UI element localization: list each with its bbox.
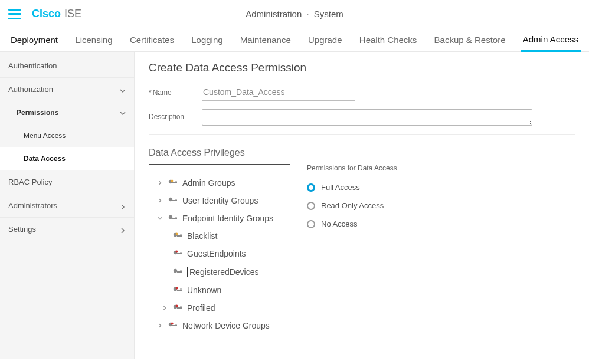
chevron-right-icon [156, 323, 163, 328]
permissions-header: Permissions for Data Access [307, 164, 397, 172]
radio-no-access[interactable]: No Access [307, 219, 397, 228]
breadcrumb-page: System [314, 9, 343, 19]
sidebar-item-label: Settings [8, 225, 36, 234]
sidebar-item-label: Menu Access [24, 132, 66, 140]
divider [149, 134, 575, 135]
tree-network-device-groups[interactable]: Network Device Groups [154, 317, 285, 335]
radio-label: Full Access [321, 183, 360, 192]
svg-point-7 [169, 215, 172, 219]
svg-rect-9 [176, 217, 177, 219]
radio-label: No Access [321, 219, 357, 228]
radio-icon [307, 202, 315, 210]
tab-deployment[interactable]: Deployment [8, 28, 60, 52]
chevron-right-icon [156, 181, 163, 185]
key-icon [173, 268, 182, 276]
group-red-icon [173, 250, 182, 258]
tree-label: User Identity Groups [182, 196, 258, 205]
tab-health-checks[interactable]: Health Checks [357, 28, 420, 52]
tab-logging[interactable]: Logging [189, 28, 225, 52]
top-header: Cisco ISE Administration · System [0, 0, 589, 28]
group-red-icon [168, 322, 178, 330]
sidebar-item-label: RBAC Policy [8, 178, 52, 186]
name-label: *Name [149, 85, 202, 97]
tree-endpoint-identity-groups[interactable]: Endpoint Identity Groups [154, 209, 285, 227]
tree-unknown[interactable]: Unknown [154, 281, 285, 299]
sidebar-administrators[interactable]: Administrators [0, 194, 134, 218]
tree-label: Admin Groups [182, 178, 235, 188]
sidebar-item-label: Authorization [8, 85, 53, 94]
svg-point-24 [176, 287, 178, 290]
group-red-icon [173, 286, 182, 294]
menu-icon[interactable] [8, 9, 21, 19]
tab-certificates[interactable]: Certificates [127, 28, 176, 52]
sidebar-item-label: Permissions [17, 109, 58, 117]
sidebar-menu-access[interactable]: Menu Access [0, 124, 134, 147]
sidebar-item-label: Administrators [8, 201, 57, 210]
svg-point-17 [176, 251, 178, 253]
tabs: Deployment Licensing Certificates Loggin… [0, 28, 589, 52]
radio-full-access[interactable]: Full Access [307, 183, 397, 192]
sidebar-rbac-policy[interactable]: RBAC Policy [0, 170, 134, 194]
tree-admin-groups[interactable]: Admin Groups [154, 174, 285, 192]
sidebar-item-label: Authentication [8, 61, 57, 70]
brand-ise: ISE [64, 8, 81, 20]
breadcrumb-section: Administration [246, 9, 302, 19]
radio-read-only[interactable]: Read Only Access [307, 201, 397, 210]
description-input[interactable] [202, 109, 532, 126]
brand-cisco: Cisco [32, 8, 61, 20]
sidebar-permissions[interactable]: Permissions [0, 101, 134, 124]
tab-maintenance[interactable]: Maintenance [238, 28, 293, 52]
svg-point-32 [171, 323, 174, 325]
name-input[interactable] [202, 85, 355, 101]
brand[interactable]: Cisco ISE [32, 8, 81, 20]
tree-blacklist[interactable]: Blacklist [154, 227, 285, 245]
tree-label: Blacklist [187, 231, 217, 241]
tree-registered-devices[interactable]: RegisteredDevices [154, 263, 285, 281]
tree-label: Unknown [187, 286, 221, 295]
radio-icon [307, 220, 315, 228]
sidebar-data-access[interactable]: Data Access [0, 147, 134, 170]
breadcrumb: Administration · System [0, 9, 589, 19]
tree-guest-endpoints[interactable]: GuestEndpoints [154, 245, 285, 263]
svg-rect-23 [181, 288, 182, 291]
svg-rect-12 [181, 234, 182, 237]
tree-profiled[interactable]: Profiled [154, 299, 285, 317]
chevron-right-icon [156, 198, 163, 203]
tree-label: Network Device Groups [182, 321, 270, 330]
breadcrumb-separator: · [306, 9, 309, 19]
sidebar-settings[interactable]: Settings [0, 218, 134, 241]
page-title: Create Data Access Permission [149, 61, 575, 74]
privileges-title: Data Access Privileges [149, 147, 575, 158]
tab-upgrade[interactable]: Upgrade [306, 28, 345, 52]
description-label: Description [149, 109, 202, 121]
sidebar-item-label: Data Access [24, 155, 66, 163]
chevron-right-icon [120, 203, 126, 209]
chevron-down-icon [120, 110, 126, 116]
tree-label: Endpoint Identity Groups [182, 214, 273, 223]
group-lock-icon [173, 232, 182, 240]
tree-user-identity-groups[interactable]: User Identity Groups [154, 192, 285, 209]
svg-point-4 [169, 198, 172, 201]
radio-label: Read Only Access [321, 201, 384, 210]
tree-label: Profiled [187, 303, 215, 313]
tab-licensing[interactable]: Licensing [73, 28, 114, 52]
tab-admin-access[interactable]: Admin Access [521, 28, 581, 52]
privilege-tree: Admin Groups User Identity Groups [149, 164, 290, 343]
key-icon [168, 196, 178, 205]
sidebar-authorization[interactable]: Authorization [0, 78, 134, 101]
main-panel: Create Data Access Permission *Name Desc… [135, 52, 589, 359]
permission-radios: Permissions for Data Access Full Access … [307, 164, 397, 238]
tab-backup-restore[interactable]: Backup & Restore [432, 28, 508, 52]
chevron-right-icon [161, 306, 168, 310]
group-lock-icon [168, 179, 178, 187]
sidebar-authentication[interactable]: Authentication [0, 54, 134, 78]
svg-rect-27 [181, 306, 182, 309]
key-icon [168, 214, 178, 222]
svg-rect-6 [176, 199, 177, 201]
svg-point-18 [174, 269, 177, 273]
svg-point-3 [171, 180, 174, 182]
radio-icon [307, 183, 315, 192]
svg-rect-20 [181, 270, 182, 273]
svg-rect-31 [176, 324, 177, 326]
chevron-down-icon [156, 216, 163, 221]
